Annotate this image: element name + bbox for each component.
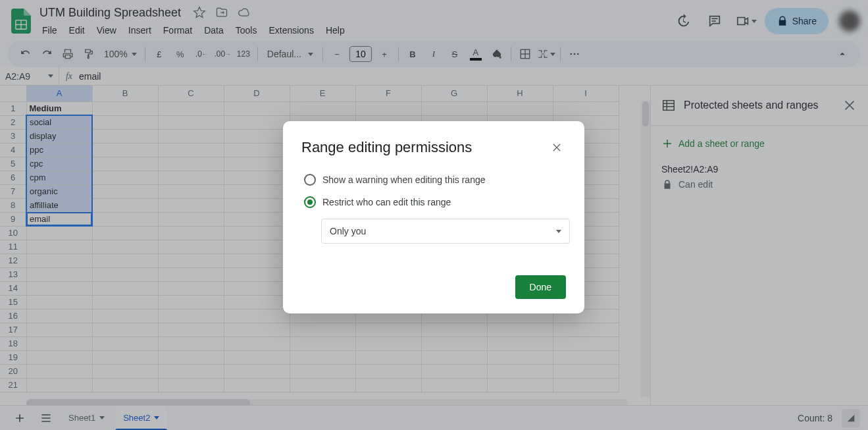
cell[interactable] [553, 350, 619, 364]
cell[interactable] [355, 323, 421, 336]
italic-button[interactable]: I [424, 44, 444, 64]
cell[interactable]: cpm [26, 171, 92, 184]
increase-decimal-button[interactable]: .00→ [213, 44, 232, 64]
borders-button[interactable] [515, 44, 535, 64]
cell[interactable] [158, 254, 224, 267]
cell[interactable] [224, 254, 290, 267]
row-header[interactable]: 8 [0, 198, 26, 212]
cell[interactable] [224, 101, 290, 115]
more-button[interactable] [565, 44, 584, 64]
cell[interactable] [158, 184, 224, 198]
cell[interactable] [421, 350, 487, 364]
cell[interactable] [26, 350, 92, 364]
restrict-dropdown[interactable]: Only you [321, 219, 570, 244]
cell[interactable] [92, 143, 158, 157]
cell[interactable] [26, 364, 92, 378]
cell[interactable]: social [26, 115, 92, 129]
cell[interactable] [158, 295, 224, 309]
cell[interactable] [158, 129, 224, 143]
row-header[interactable]: 11 [0, 240, 26, 254]
cell[interactable] [92, 171, 158, 184]
cell[interactable] [26, 323, 92, 336]
row-header[interactable]: 14 [0, 281, 26, 295]
account-avatar[interactable] [839, 11, 860, 32]
cell[interactable] [158, 115, 224, 129]
undo-button[interactable] [16, 44, 36, 64]
cell[interactable] [158, 171, 224, 184]
cell[interactable] [224, 240, 290, 254]
cell[interactable] [92, 336, 158, 350]
row-header[interactable]: 10 [0, 226, 26, 240]
history-icon[interactable] [670, 8, 696, 34]
comments-icon[interactable] [702, 8, 728, 34]
cell[interactable] [158, 226, 224, 240]
more-formats-button[interactable]: 123 [234, 44, 253, 64]
cell[interactable] [92, 212, 158, 226]
cell[interactable] [290, 350, 355, 364]
cell[interactable] [92, 295, 158, 309]
cell[interactable] [158, 309, 224, 323]
explore-button[interactable] [842, 409, 860, 427]
cell[interactable] [92, 364, 158, 378]
share-button[interactable]: Share [765, 8, 829, 34]
merge-button[interactable] [536, 44, 556, 64]
all-sheets-button[interactable] [34, 408, 58, 428]
cell[interactable] [158, 240, 224, 254]
menu-extensions[interactable]: Extensions [263, 22, 319, 38]
menu-view[interactable]: View [91, 22, 122, 38]
cell[interactable] [421, 378, 487, 392]
close-icon[interactable] [548, 138, 566, 157]
column-header[interactable]: G [421, 86, 487, 101]
cell[interactable] [224, 378, 290, 392]
cell[interactable] [487, 350, 553, 364]
column-header[interactable]: C [158, 86, 224, 101]
cell[interactable] [158, 378, 224, 392]
cell[interactable] [158, 157, 224, 171]
cell[interactable] [224, 295, 290, 309]
cell[interactable] [92, 309, 158, 323]
cell[interactable] [224, 198, 290, 212]
increase-font-button[interactable]: + [374, 44, 394, 64]
menu-file[interactable]: File [37, 22, 63, 38]
cell[interactable] [92, 267, 158, 281]
cell[interactable] [26, 240, 92, 254]
row-header[interactable]: 7 [0, 184, 26, 198]
cell[interactable] [290, 323, 355, 336]
row-header[interactable]: 6 [0, 171, 26, 184]
font-dropdown[interactable]: Defaul... [262, 49, 319, 59]
row-header[interactable]: 13 [0, 267, 26, 281]
sheets-logo[interactable] [8, 8, 34, 34]
cell[interactable] [290, 378, 355, 392]
cell[interactable] [355, 378, 421, 392]
column-header[interactable]: H [487, 86, 553, 101]
menu-format[interactable]: Format [158, 22, 197, 38]
cell[interactable]: cpc [26, 157, 92, 171]
cell[interactable] [553, 378, 619, 392]
cell[interactable]: email [26, 212, 92, 226]
radio-show-warning[interactable]: Show a warning when editing this range [304, 169, 566, 191]
cell[interactable] [92, 129, 158, 143]
cell[interactable] [421, 336, 487, 350]
cell[interactable] [92, 281, 158, 295]
cell[interactable] [224, 143, 290, 157]
cell[interactable] [224, 364, 290, 378]
cell[interactable] [224, 281, 290, 295]
meet-icon[interactable] [733, 8, 759, 34]
redo-button[interactable] [37, 44, 57, 64]
cell[interactable] [224, 129, 290, 143]
row-header[interactable]: 19 [0, 350, 26, 364]
cell[interactable] [487, 323, 553, 336]
column-header[interactable]: I [553, 86, 619, 101]
cell[interactable] [92, 254, 158, 267]
cell[interactable] [158, 364, 224, 378]
close-icon[interactable] [842, 97, 857, 113]
cell[interactable] [92, 240, 158, 254]
cell[interactable] [487, 378, 553, 392]
row-header[interactable]: 17 [0, 323, 26, 336]
cell[interactable] [92, 198, 158, 212]
column-header[interactable]: A [26, 86, 92, 101]
cell[interactable] [421, 364, 487, 378]
cell[interactable] [355, 101, 421, 115]
column-header[interactable]: B [92, 86, 158, 101]
row-header[interactable]: 21 [0, 378, 26, 392]
